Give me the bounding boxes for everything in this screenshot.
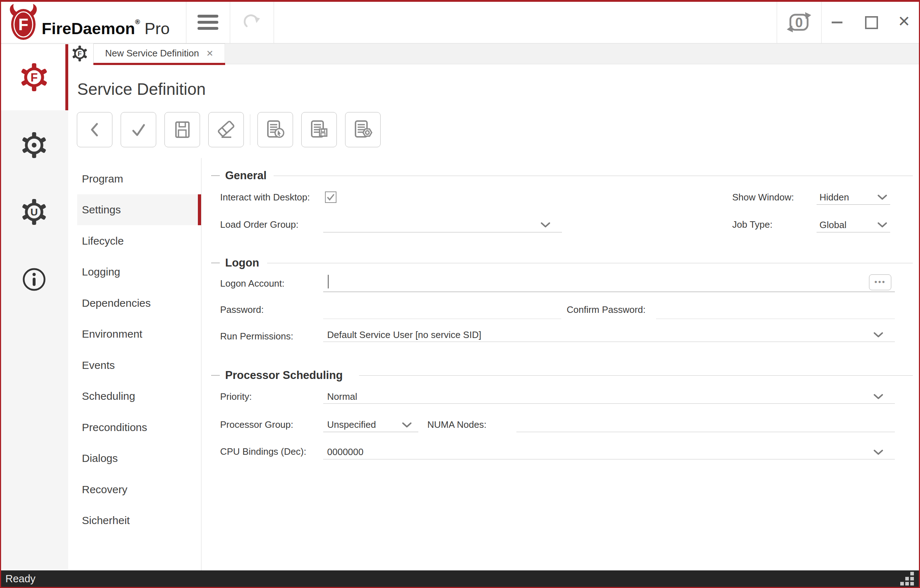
nav-item-recovery[interactable]: Recovery	[77, 474, 201, 505]
load-order-group-select[interactable]	[323, 218, 562, 232]
rail-active-indicator	[65, 44, 68, 110]
nav-item-events[interactable]: Events	[77, 350, 201, 381]
save-definition-copy-button[interactable]	[301, 112, 337, 147]
chevron-down-icon	[402, 422, 412, 428]
nav-item-dependencies[interactable]: Dependencies	[77, 288, 201, 319]
nav-item-sicherheit[interactable]: Sicherheit	[77, 505, 201, 536]
brand-light	[140, 19, 145, 38]
nav-divider	[201, 158, 201, 570]
resize-grip[interactable]	[900, 572, 914, 585]
confirm-password-label: Confirm Password:	[567, 304, 646, 315]
rail-item-utilities[interactable]: U	[21, 199, 47, 225]
nav-item-environment[interactable]: Environment	[77, 319, 201, 350]
interact-with-desktop-checkbox[interactable]	[325, 191, 337, 203]
firedaemon-gear-icon: F	[20, 63, 48, 91]
text-cursor	[328, 275, 329, 288]
confirm-password-input[interactable]	[656, 304, 895, 319]
checkmark-icon	[326, 192, 336, 202]
save-icon	[173, 120, 191, 139]
nav-item-program[interactable]: Program	[77, 164, 201, 194]
status-bar: Ready	[1, 570, 919, 587]
erase-button[interactable]	[208, 112, 244, 147]
chevron-down-icon	[541, 222, 551, 228]
hamburger-menu-button[interactable]	[198, 15, 218, 30]
brand-pro: Pro	[145, 19, 170, 38]
nav-item-dialogs[interactable]: Dialogs	[77, 443, 201, 474]
job-type-select[interactable]: Global	[816, 218, 890, 232]
window-frame-top	[0, 0, 920, 2]
maximize-button[interactable]	[865, 16, 878, 29]
tab-strip	[225, 44, 919, 64]
svg-text:F: F	[31, 71, 38, 84]
logon-section-title: Logon	[225, 256, 259, 270]
tab-service-gear-icon: F	[72, 45, 87, 62]
document-save-icon	[309, 120, 330, 140]
auto-restart-button[interactable]: 0	[786, 12, 811, 33]
chevron-down-icon	[873, 394, 883, 400]
rail-item-services[interactable]: F	[20, 63, 48, 91]
brand-bold: FireDaemon	[42, 19, 135, 38]
firedaemon-window: F FireDaemon® Pro 0 ✕	[0, 0, 920, 588]
settings-gear-icon	[21, 132, 47, 158]
save-button[interactable]	[164, 112, 200, 147]
priority-select[interactable]: Normal	[323, 389, 895, 404]
chevron-down-icon	[877, 222, 887, 228]
show-window-select[interactable]: Hidden	[816, 190, 890, 205]
processor-group-select[interactable]: Unspecified	[323, 417, 418, 432]
utility-gear-icon: U	[21, 199, 47, 225]
load-order-group-label: Load Order Group:	[220, 219, 298, 230]
page-title: Service Definition	[77, 80, 206, 99]
numa-nodes-input[interactable]	[517, 417, 895, 432]
logon-account-browse-button[interactable]: •••	[869, 274, 891, 290]
nav-item-scheduling[interactable]: Scheduling	[77, 381, 201, 411]
apply-button[interactable]	[121, 112, 156, 147]
rail-item-settings[interactable]	[21, 132, 47, 158]
legend-dash	[211, 262, 220, 263]
processor-group-label: Processor Group:	[220, 419, 293, 430]
legend-line	[359, 375, 913, 376]
run-permissions-label: Run Permissions:	[220, 330, 293, 342]
cpu-bindings-label: CPU Bindings (Dec):	[220, 446, 306, 457]
rail-item-about[interactable]	[22, 267, 46, 291]
processor-section-title: Processor Scheduling	[225, 369, 343, 382]
password-input[interactable]	[323, 304, 561, 319]
redo-button[interactable]	[241, 11, 261, 32]
auto-restart-count: 0	[795, 15, 803, 30]
maximize-icon	[865, 16, 878, 29]
close-button[interactable]: ✕	[898, 14, 910, 29]
nav-item-settings[interactable]: Settings	[77, 194, 201, 225]
job-type-label: Job Type:	[732, 219, 773, 230]
toolbar-divider	[250, 114, 250, 145]
legend-line	[274, 176, 913, 176]
nav-item-lifecycle[interactable]: Lifecycle	[77, 225, 201, 256]
status-text: Ready	[5, 570, 36, 587]
firedaemon-logo: F	[8, 3, 39, 40]
auto-restart-sync-icon: 0	[786, 12, 811, 33]
nav-item-preconditions[interactable]: Preconditions	[77, 412, 201, 443]
tab-close-icon[interactable]: ✕	[206, 49, 213, 58]
close-icon: ✕	[898, 13, 910, 30]
apply-check-icon	[130, 120, 147, 139]
info-icon	[22, 267, 46, 291]
back-icon	[87, 120, 103, 139]
interact-with-desktop-label: Interact with Desktop:	[220, 191, 310, 203]
logon-account-input[interactable]	[323, 274, 895, 292]
ellipsis-icon: •••	[875, 277, 886, 286]
logon-account-label: Logon Account:	[220, 278, 284, 289]
tab-new-service-definition[interactable]: New Service Definition ✕	[93, 44, 225, 63]
import-definition-button[interactable]	[258, 112, 293, 147]
chevron-down-icon	[877, 194, 887, 201]
brand-title: FireDaemon® Pro	[42, 12, 170, 32]
nav-item-logging[interactable]: Logging	[77, 256, 201, 287]
chevron-down-icon	[873, 449, 883, 455]
cpu-bindings-select[interactable]: 0000000	[323, 445, 895, 459]
minimize-button[interactable]	[832, 21, 842, 23]
legend-line	[267, 263, 913, 263]
run-permissions-select[interactable]: Default Service User [no service SID]	[323, 329, 895, 342]
tab-active-underline	[93, 63, 225, 65]
priority-label: Priority:	[220, 391, 252, 402]
view-definition-button[interactable]	[345, 112, 381, 147]
tab-label: New Service Definition	[105, 48, 199, 59]
legend-dash	[211, 175, 220, 176]
back-button[interactable]	[77, 112, 112, 147]
